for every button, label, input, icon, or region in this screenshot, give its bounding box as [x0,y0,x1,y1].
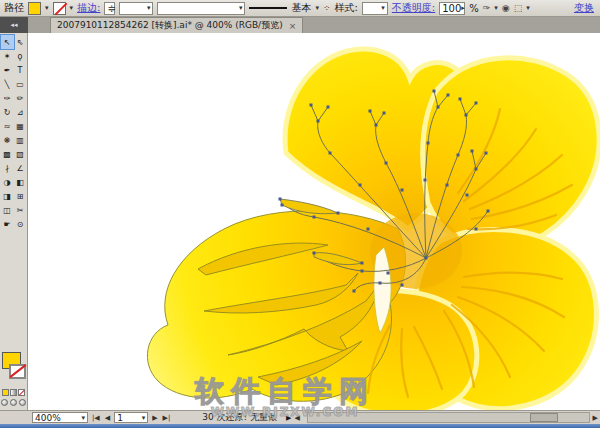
anchor-point[interactable] [375,124,378,127]
status-flyout-icon[interactable]: ▶ [286,414,291,422]
tool-direct-selection-tool[interactable]: ⇖ [14,35,27,49]
anchor-point[interactable] [447,94,450,97]
tool-warp-tool[interactable]: ≈ [1,119,14,133]
anchor-point[interactable] [475,228,478,231]
scroll-left-icon[interactable]: ◀ [294,414,299,422]
first-artboard-icon[interactable]: |◀ [91,414,101,422]
prev-artboard-icon[interactable]: ◀ [104,414,111,422]
tool-magic-wand-tool[interactable]: ✶ [1,49,14,63]
anchor-point[interactable] [457,154,460,157]
zoom-level-select[interactable]: 400% ▾ [32,412,88,423]
stroke-color-swatch[interactable] [53,2,66,15]
anchor-point[interactable] [359,184,362,187]
last-artboard-icon[interactable]: ▶| [162,414,172,422]
tool-rotate-tool[interactable]: ↻ [1,105,14,119]
tool-selection-tool[interactable]: ↖ [1,35,14,49]
chevron-down-icon[interactable]: ▾ [494,4,498,12]
anchor-point[interactable] [353,290,356,293]
tool-slice-tool[interactable]: ◫ [1,203,14,217]
close-icon[interactable]: × [289,21,297,31]
tool-scissors-tool[interactable]: ✂ [14,203,27,217]
anchor-point[interactable] [446,184,449,187]
anchor-point[interactable] [361,262,364,265]
tool-lasso-tool[interactable]: ϙ [14,49,27,63]
stroke-weight-stepper[interactable]: ≑ [104,2,115,15]
chevron-down-icon[interactable]: ▾ [315,4,319,12]
anchor-point[interactable] [487,210,490,213]
anchor-point[interactable] [471,150,474,153]
tool-blend-tool[interactable]: ◑ [1,175,14,189]
scroll-right-icon[interactable]: ▶ [593,414,598,422]
anchor-point[interactable] [361,270,364,273]
anchor-point[interactable] [387,272,390,275]
anchor-point[interactable] [310,104,313,107]
anchor-point[interactable] [475,168,478,171]
tool-symbol-sprayer-tool[interactable]: ❋ [1,133,14,147]
anchor-point[interactable] [329,152,332,155]
anchor-point[interactable] [475,102,478,105]
anchor-point[interactable] [379,282,382,285]
anchor-point[interactable] [279,198,282,201]
fill-color-swatch[interactable] [28,2,41,15]
transform-panel-link[interactable]: 变换 [574,1,594,15]
tool-pen-tool[interactable]: ✒ [1,63,14,77]
anchor-point[interactable] [459,98,462,101]
stroke-dropdown-icon[interactable]: ▾ [70,4,74,12]
next-artboard-icon[interactable]: ▶ [151,414,158,422]
tool-scale-tool[interactable]: ⊿ [14,105,27,119]
tool-rectangle-tool[interactable]: ▭ [14,77,27,91]
screen-mode-full-button[interactable] [19,399,26,406]
anchor-point[interactable] [317,120,320,123]
tool-measure-tool[interactable]: ∠ [14,161,27,175]
tool-live-paint-bucket-tool[interactable]: ◧ [14,175,27,189]
tool-mesh-tool[interactable]: ▩ [1,147,14,161]
anchor-point[interactable] [337,212,340,215]
anchor-point[interactable] [425,257,428,260]
anchor-point[interactable] [433,90,436,93]
stroke-weight-select[interactable]: ▾ [119,2,153,15]
anchor-point[interactable] [313,252,316,255]
anchor-point[interactable] [437,106,440,109]
screen-mode-normal-button[interactable] [1,399,8,406]
opacity-input[interactable]: 100▸ [439,2,465,15]
anchor-point[interactable] [383,112,386,115]
tool-line-segment-tool[interactable]: ╲ [1,77,14,91]
anchor-point[interactable] [401,189,404,192]
anchor-point[interactable] [401,284,404,287]
anchor-point[interactable] [485,152,488,155]
recolor-artwork-icon[interactable]: ◉ [502,3,510,13]
style-grid-icon[interactable]: ⁘ [323,3,331,13]
none-mode-button[interactable] [18,389,25,396]
tool-pencil-tool[interactable]: ✏ [14,91,27,105]
tool-paintbrush-tool[interactable]: ✑ [1,91,14,105]
document-tab[interactable]: 2007910112854262 [转换].ai* @ 400% (RGB/预览… [50,17,303,33]
tool-type-tool[interactable]: T [14,63,27,77]
anchor-point[interactable] [424,179,427,182]
anchor-point[interactable] [466,194,469,197]
anchor-point[interactable] [281,204,284,207]
anchor-point[interactable] [327,106,330,109]
tool-gradient-tool[interactable]: ▧ [14,147,27,161]
tool-eyedropper-tool[interactable]: ∤ [1,161,14,175]
gradient-mode-button[interactable] [10,389,17,396]
horizontal-scrollbar[interactable] [307,412,590,423]
anchor-point[interactable] [367,228,370,231]
artboard-number-select[interactable]: 1 ▾ [114,412,148,423]
anchor-point[interactable] [427,142,430,145]
tool-crop-area-tool[interactable]: ⊞ [14,189,27,203]
brush-definition-select[interactable]: ▾ [157,2,245,15]
tool-free-transform-tool[interactable]: ▦ [14,119,27,133]
toolbox-collapse-icon[interactable]: ◂◂ [0,17,28,33]
variable-width-value[interactable]: 基本 [291,1,311,15]
brush-options-icon[interactable]: ✑ [483,3,491,13]
color-mode-button[interactable] [2,389,9,396]
stroke-panel-link[interactable]: 描边: [77,1,100,15]
tool-live-paint-selection-tool[interactable]: ◨ [1,189,14,203]
select-similar-icon[interactable]: ⬚ [514,3,523,13]
anchor-point[interactable] [465,114,468,117]
tool-hand-tool[interactable]: ☛ [1,217,14,231]
chevron-down-icon[interactable]: ▾ [526,4,530,12]
tool-graph-tool[interactable]: ▥ [14,133,27,147]
fill-dropdown-icon[interactable]: ▾ [45,4,49,12]
opacity-panel-link[interactable]: 不透明度: [392,1,435,15]
